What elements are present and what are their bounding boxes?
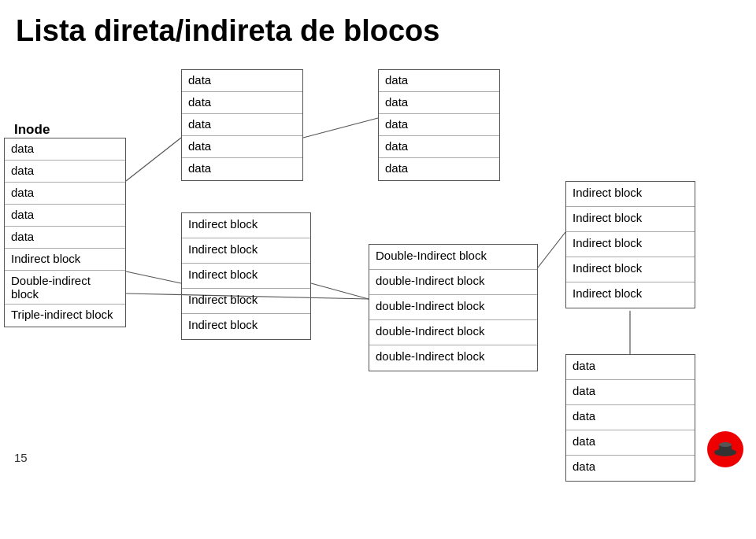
indirect-right-top-box: Indirect block Indirect block Indirect b… xyxy=(565,181,695,308)
direct-block-right: data data data data data xyxy=(378,69,500,181)
page-number: 15 xyxy=(14,451,28,464)
ind-right-cell-2: Indirect block xyxy=(566,232,695,257)
ind-right-cell-0: Indirect block xyxy=(566,182,695,207)
double-cell-3: double-Indirect block xyxy=(369,320,537,345)
inode-cell-2: data xyxy=(5,183,125,205)
indirect-list-box: Indirect block Indirect block Indirect b… xyxy=(181,212,311,340)
direct-right-cell-3: data xyxy=(379,136,499,158)
direct-right-cell-4: data xyxy=(379,158,499,180)
double-cell-2: double-Indirect block xyxy=(369,295,537,320)
inode-cell-6: Double-indirect block xyxy=(5,271,125,305)
direct-left-cell-4: data xyxy=(182,158,302,180)
indirect-cell-0: Indirect block xyxy=(182,213,310,238)
direct-block-left: data data data data data xyxy=(181,69,303,181)
inode-cell-3: data xyxy=(5,205,125,227)
double-indirect-box: Double-Indirect block double-Indirect bl… xyxy=(369,244,538,371)
direct-right-cell-2: data xyxy=(379,114,499,136)
inode-cell-4: data xyxy=(5,227,125,249)
ind-right-cell-4: Indirect block xyxy=(566,282,695,308)
direct-left-cell-2: data xyxy=(182,114,302,136)
inode-box: data data data data data Indirect block … xyxy=(4,138,126,327)
direct-left-cell-1: data xyxy=(182,92,302,114)
direct-right-cell-0: data xyxy=(379,70,499,92)
svg-line-2 xyxy=(311,283,369,299)
inode-cell-1: data xyxy=(5,161,125,183)
svg-point-10 xyxy=(719,442,732,447)
indirect-cell-4: Indirect block xyxy=(182,314,310,339)
double-cell-4: double-Indirect block xyxy=(369,345,537,371)
inode-cell-0: data xyxy=(5,138,125,161)
svg-line-1 xyxy=(126,271,181,283)
data-rb-cell-0: data xyxy=(566,355,695,380)
svg-line-0 xyxy=(126,138,181,181)
data-rb-cell-1: data xyxy=(566,380,695,405)
data-rb-cell-4: data xyxy=(566,456,695,481)
direct-left-cell-3: data xyxy=(182,136,302,158)
double-cell-0: Double-Indirect block xyxy=(369,245,537,270)
direct-right-cell-1: data xyxy=(379,92,499,114)
inode-cell-5: Indirect block xyxy=(5,249,125,271)
page-title: Lista direta/indireta de blocos xyxy=(0,0,756,56)
indirect-cell-2: Indirect block xyxy=(182,264,310,289)
indirect-cell-1: Indirect block xyxy=(182,238,310,264)
svg-line-5 xyxy=(538,232,565,268)
ind-right-cell-1: Indirect block xyxy=(566,207,695,232)
inode-cell-7: Triple-indirect block xyxy=(5,305,125,327)
data-rb-cell-3: data xyxy=(566,430,695,456)
double-cell-1: double-Indirect block xyxy=(369,270,537,295)
svg-line-4 xyxy=(303,118,378,138)
inode-label: Inode xyxy=(14,122,50,138)
direct-left-cell-0: data xyxy=(182,70,302,92)
ind-right-cell-3: Indirect block xyxy=(566,257,695,282)
data-rb-cell-2: data xyxy=(566,405,695,430)
redhat-logo xyxy=(706,430,744,468)
data-right-bottom-box: data data data data data xyxy=(565,354,695,482)
indirect-cell-3: Indirect block xyxy=(182,289,310,314)
